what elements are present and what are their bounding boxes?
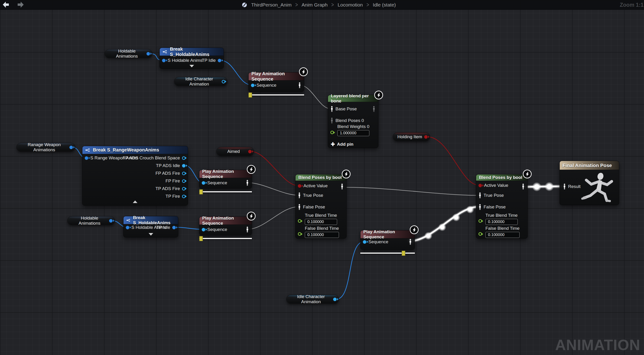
output-pin[interactable] <box>424 135 428 139</box>
true-blend-time-input-pin[interactable] <box>478 219 482 223</box>
output-pin[interactable] <box>146 52 150 56</box>
blend-weights-input-pin[interactable] <box>330 131 334 134</box>
output-pin-tp-ads-fire[interactable] <box>182 187 186 191</box>
base-pose-input-pin[interactable] <box>330 106 334 112</box>
node-blend-poses-by-bool-1[interactable]: Blend Poses by bool Active Value True Po… <box>295 174 346 239</box>
breadcrumb-item-locomotion[interactable]: Locomotion <box>338 2 363 8</box>
true-blend-time-value-field[interactable]: 0.100000 <box>305 219 337 225</box>
node-play-animation-sequence-2[interactable]: Play Animation Sequence Sequence <box>199 170 252 189</box>
sequence-input-pin[interactable] <box>251 84 254 87</box>
input-pin[interactable] <box>126 226 129 229</box>
forward-arrow-button[interactable] <box>16 1 24 8</box>
node-blend-poses-by-bool-2[interactable]: Blend Poses by bool Active Value True Po… <box>476 174 528 239</box>
true-pose-input-pin[interactable] <box>298 192 301 198</box>
input-pin[interactable] <box>162 59 166 62</box>
collapse-pins-button[interactable] <box>190 65 194 67</box>
add-pin-button[interactable]: ✚ Add pin <box>331 142 353 147</box>
true-blend-time-input-pin[interactable] <box>298 219 301 223</box>
pin-label: Active Value <box>484 183 508 188</box>
variable-pill-aimed[interactable]: Aimed <box>216 147 254 156</box>
playback-progress-bar <box>248 94 304 96</box>
pill-label: Holding Item <box>397 134 424 139</box>
input-pin[interactable] <box>85 156 88 160</box>
breadcrumb: ThirdPerson_Anim > Anim Graph > Locomoti… <box>242 0 396 10</box>
sequence-input-pin[interactable] <box>202 181 205 185</box>
output-pin[interactable] <box>222 80 225 83</box>
sequence-input-pin[interactable] <box>202 228 205 231</box>
pill-label: Holdable Animations <box>71 216 109 226</box>
variable-pill-idle-character-animation-1[interactable]: Idle Character Animation <box>174 77 228 86</box>
collapse-pins-button[interactable] <box>133 200 138 203</box>
active-value-input-pin[interactable] <box>298 184 301 188</box>
breadcrumb-item-animgraph[interactable]: Anim Graph <box>302 2 328 8</box>
output-pin[interactable] <box>218 59 221 62</box>
output-pin[interactable] <box>248 150 252 153</box>
node-play-animation-sequence-4[interactable]: Play Animation Sequence Sequence <box>360 230 415 250</box>
node-final-animation-pose[interactable]: Final Animation Pose Result <box>560 161 619 205</box>
variable-pill-holding-item[interactable]: Holding Item <box>393 132 430 141</box>
pose-output-pin[interactable] <box>522 184 525 190</box>
variable-pill-idle-character-animation-2[interactable]: Idle Character Animation <box>286 295 339 304</box>
node-break-holdableanims-1[interactable]: Break S_HoldableAnims S Holdable Anims T… <box>160 48 224 69</box>
pose-output-pin[interactable] <box>340 184 344 190</box>
node-play-animation-sequence-1[interactable]: Play Animation Sequence Sequence <box>248 72 304 92</box>
pin-label: False Blend Time <box>305 226 339 231</box>
pin-label: Blend Weights 0 <box>337 124 369 129</box>
output-pin-tp-ads-idle[interactable] <box>182 164 186 168</box>
anim-graph-canvas[interactable]: { "topbar": { "breadcrumb": { "b0": "Thi… <box>0 0 644 355</box>
node-layered-blend-per-bone[interactable]: Layered blend per bone Base Pose Blend P… <box>328 95 378 148</box>
pose-output-pin[interactable] <box>298 82 301 88</box>
sequence-input-pin[interactable] <box>363 240 366 244</box>
output-pin[interactable] <box>172 226 176 229</box>
false-blend-time-input-pin[interactable] <box>478 232 482 236</box>
breadcrumb-separator: > <box>366 2 369 9</box>
variable-pill-range-weapon-animations[interactable]: Ranage Weapon Animations <box>16 143 75 152</box>
pin-label: TP Fire <box>166 194 180 199</box>
fast-path-lightning-icon <box>523 170 532 178</box>
variable-pill-holdable-animations-2[interactable]: Holdable Animations <box>67 216 115 225</box>
output-pin-fp-ads-fire[interactable] <box>182 172 186 175</box>
pill-label: Holdable Animations <box>109 49 146 59</box>
output-pin-fp-ads-crouch[interactable] <box>182 156 186 160</box>
back-arrow-button[interactable] <box>2 1 10 8</box>
collapse-pins-button[interactable] <box>148 233 153 236</box>
pin-label: Blend Poses 0 <box>336 118 364 123</box>
node-title: Play Animation Sequence <box>202 169 249 179</box>
playback-marker <box>402 251 405 256</box>
true-pose-input-pin[interactable] <box>478 192 482 198</box>
pose-output-pin[interactable] <box>372 106 376 112</box>
fast-path-lightning-icon <box>342 170 350 178</box>
result-input-pin[interactable] <box>563 184 566 190</box>
output-pin[interactable] <box>333 298 337 301</box>
pose-output-pin[interactable] <box>409 239 412 245</box>
true-blend-time-value-field[interactable]: 0.100000 <box>486 219 518 225</box>
mannequin-preview-image <box>576 171 618 204</box>
pose-output-pin[interactable] <box>246 180 249 186</box>
pose-output-pin[interactable] <box>246 226 249 233</box>
output-pin-tp-fire[interactable] <box>182 195 186 198</box>
playback-progress-bar <box>199 191 252 192</box>
node-play-animation-sequence-3[interactable]: Play Animation Sequence Sequence <box>199 217 252 235</box>
active-value-input-pin[interactable] <box>478 184 482 187</box>
output-pin-fp-fire[interactable] <box>182 179 186 183</box>
blend-weights-value-field[interactable]: 1.000000 <box>337 130 369 136</box>
pin-label: False Blend Time <box>486 226 520 231</box>
false-blend-time-value-field[interactable]: 0.100000 <box>486 232 520 238</box>
variable-pill-holdable-animations-1[interactable]: Holdable Animations <box>105 49 152 58</box>
breadcrumb-item-idle-state[interactable]: Idle (state) <box>373 2 396 8</box>
pill-label: Idle Character Animation <box>178 77 222 87</box>
pin-label: True Pose <box>484 193 504 198</box>
false-blend-time-input-pin[interactable] <box>298 232 301 236</box>
node-break-holdableanims-2[interactable]: Break S_HoldableAnims S Holdable Anims T… <box>123 216 178 237</box>
node-break-rangeweaponanims[interactable]: Break S_RangeWeaponAnims S Range Weapon … <box>82 146 188 206</box>
false-blend-time-value-field[interactable]: 0.100000 <box>305 232 339 238</box>
false-pose-input-pin[interactable] <box>298 204 301 210</box>
fast-path-lightning-icon <box>410 225 418 234</box>
blend-poses-input-pin[interactable] <box>330 118 334 124</box>
false-pose-input-pin[interactable] <box>478 204 482 210</box>
output-pin[interactable] <box>109 219 112 223</box>
wire-blend2-to-final-active <box>524 186 562 187</box>
output-pin[interactable] <box>70 146 73 149</box>
animation-watermark: ANIMATION <box>555 336 640 353</box>
breadcrumb-item-asset[interactable]: ThirdPerson_Anim <box>251 2 292 8</box>
